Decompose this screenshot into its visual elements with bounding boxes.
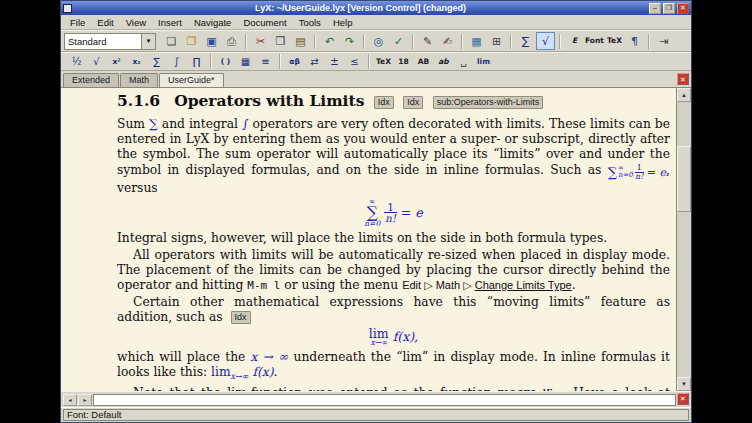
scroll-down-icon[interactable]: ▼ — [677, 377, 691, 391]
paragraph-style-select[interactable]: Standard ▾ — [64, 33, 156, 50]
insert-table-icon[interactable]: ⊞ — [487, 32, 506, 50]
increase-depth-icon[interactable]: ⇥ — [654, 32, 673, 50]
superscript-icon[interactable]: x² — [107, 54, 126, 70]
math-toolbar-icons: ½√x²x₂∑∫∏( )▦≡αβ⇄±≤TeX18ABab␣lim — [67, 54, 493, 70]
menu-edit[interactable]: Edit — [91, 16, 119, 29]
menu-navigate[interactable]: Navigate — [188, 16, 238, 29]
body-text: Integral signs, however, will place the … — [117, 231, 607, 245]
tab-list: ExtendedMathUserGuide* — [63, 73, 677, 87]
find-replace-icon[interactable]: ◎ — [369, 32, 388, 50]
menu-insert[interactable]: Insert — [152, 16, 188, 29]
open-document-icon[interactable]: ❐ — [182, 32, 201, 50]
integral-icon[interactable]: ∫ — [167, 54, 186, 70]
fraction-icon[interactable]: ½ — [67, 54, 86, 70]
label-inset[interactable]: sub:Operators-with-Limits — [433, 96, 544, 109]
icon-glyph: ≡ — [261, 57, 269, 67]
icon-glyph: ½ — [72, 57, 82, 67]
print-icon[interactable]: ⎙ — [222, 32, 241, 50]
tab-userguide[interactable]: UserGuide* — [159, 73, 224, 87]
document-row: 5.1.6Operators with Limits Idx Idx sub:O… — [61, 87, 691, 391]
arrows-icon[interactable]: ⇄ — [305, 54, 324, 70]
insert-figure-icon[interactable]: ▦ — [467, 32, 486, 50]
chevron-down-icon[interactable]: ▾ — [141, 34, 155, 49]
history-next-icon[interactable]: ▸ — [78, 394, 92, 406]
scrollbar-thumb[interactable] — [677, 146, 691, 212]
icon-glyph: AB — [418, 58, 430, 66]
math-text-icon[interactable]: TeX — [374, 54, 393, 70]
product-icon[interactable]: ∏ — [187, 54, 206, 70]
minimize-button[interactable]: – — [649, 3, 661, 14]
math-panel-icon[interactable]: √ — [536, 32, 555, 50]
history-prev-icon[interactable]: ◂ — [63, 394, 77, 406]
cut-icon[interactable]: ✂ — [251, 32, 270, 50]
display-formula-sum[interactable]: ∞ ∑ n=0 1 n! = e — [117, 198, 670, 227]
spacing-icon[interactable]: ␣ — [454, 54, 473, 70]
matrix-icon[interactable]: ▦ — [236, 54, 255, 70]
index-inset[interactable]: Idx — [231, 311, 251, 324]
menu-help[interactable]: Help — [327, 16, 359, 29]
tab-math[interactable]: Math — [120, 73, 158, 87]
toolbar-separator — [559, 34, 561, 49]
inline-math-sum-symbol[interactable]: ∑ — [149, 117, 158, 131]
icon-glyph: ✓ — [394, 36, 403, 47]
greek-letters-icon[interactable]: αβ — [285, 54, 304, 70]
subscript-icon[interactable]: x₂ — [127, 54, 146, 70]
toolbar-separator — [279, 54, 281, 69]
save-document-icon[interactable]: ▣ — [202, 32, 221, 50]
index-inset[interactable]: Idx — [403, 96, 423, 109]
icon-glyph: ab — [438, 58, 448, 66]
scrollbar-track[interactable] — [677, 102, 691, 377]
icon-glyph: ␣ — [460, 57, 466, 67]
inline-formula-sum[interactable]: ∑∞n=01n!= e — [608, 164, 666, 181]
scroll-up-icon[interactable]: ▲ — [677, 88, 691, 102]
menu-file[interactable]: File — [64, 16, 91, 29]
toolbar-separator — [245, 34, 247, 49]
spellcheck-icon[interactable]: ✓ — [389, 32, 408, 50]
display-formula-limit[interactable]: lim x→∞ f(x), — [117, 328, 670, 347]
copy-icon[interactable]: ❒ — [271, 32, 290, 50]
paragraph: Certain other mathematical expressions h… — [117, 295, 670, 326]
math-font-icon[interactable]: AB — [414, 54, 433, 70]
command-input[interactable] — [93, 394, 676, 406]
document-canvas[interactable]: 5.1.6Operators with Limits Idx Idx sub:O… — [61, 88, 676, 391]
icon-glyph: √ — [93, 57, 99, 67]
tab-extended[interactable]: Extended — [63, 73, 119, 87]
limits-type-icon[interactable]: lim — [474, 54, 493, 70]
maximize-button[interactable]: ❐ — [663, 3, 675, 14]
vertical-scrollbar[interactable]: ▲ ▼ — [676, 88, 691, 391]
toolbar-separator — [510, 34, 512, 49]
paragraph-layout-icon[interactable]: ¶ — [625, 32, 644, 50]
minibuffer-close-icon[interactable]: ✕ — [677, 393, 689, 405]
icon-glyph: ⎙ — [227, 36, 236, 47]
menu-document[interactable]: Document — [237, 16, 292, 29]
inline-formula-limit[interactable]: limx→∞ f(x) — [211, 365, 273, 379]
free-font-icon[interactable]: Font — [585, 32, 604, 50]
insert-margin-note-icon[interactable]: ✍ — [438, 32, 457, 50]
section-title: Operators with Limits — [174, 91, 364, 110]
emphasis-icon[interactable]: E — [565, 32, 584, 50]
tabbar-close-icon[interactable]: ✕ — [677, 73, 689, 85]
math-formula-icon[interactable]: ∑ — [516, 32, 535, 50]
sqrt-icon[interactable]: √ — [87, 54, 106, 70]
close-button[interactable]: ✕ — [677, 3, 689, 14]
inline-math-x-to-infinity[interactable]: x → ∞ — [251, 350, 289, 364]
paste-icon[interactable]: ▤ — [291, 32, 310, 50]
equation-array-icon[interactable]: ≡ — [256, 54, 275, 70]
tex-mode-icon[interactable]: TeX — [605, 32, 624, 50]
new-document-icon[interactable]: ❏ — [162, 32, 181, 50]
relations-icon[interactable]: ≤ — [345, 54, 364, 70]
titlebar[interactable]: LyX: ~/UserGuide.lyx [Version Control] (… — [61, 1, 691, 15]
body-text: . — [274, 365, 278, 379]
operators-icon[interactable]: ± — [325, 54, 344, 70]
index-inset[interactable]: Idx — [374, 96, 394, 109]
ab-style-icon[interactable]: ab — [434, 54, 453, 70]
menu-tools[interactable]: Tools — [293, 16, 327, 29]
menu-view[interactable]: View — [120, 16, 152, 29]
delimiters-icon[interactable]: ( ) — [216, 54, 235, 70]
insert-footnote-icon[interactable]: ✎ — [418, 32, 437, 50]
document-tabs: ExtendedMathUserGuide* ✕ — [61, 71, 691, 87]
numbered-equation-icon[interactable]: 18 — [394, 54, 413, 70]
sum-icon[interactable]: ∑ — [147, 54, 166, 70]
undo-icon[interactable]: ↶ — [320, 32, 339, 50]
redo-icon[interactable]: ↷ — [340, 32, 359, 50]
